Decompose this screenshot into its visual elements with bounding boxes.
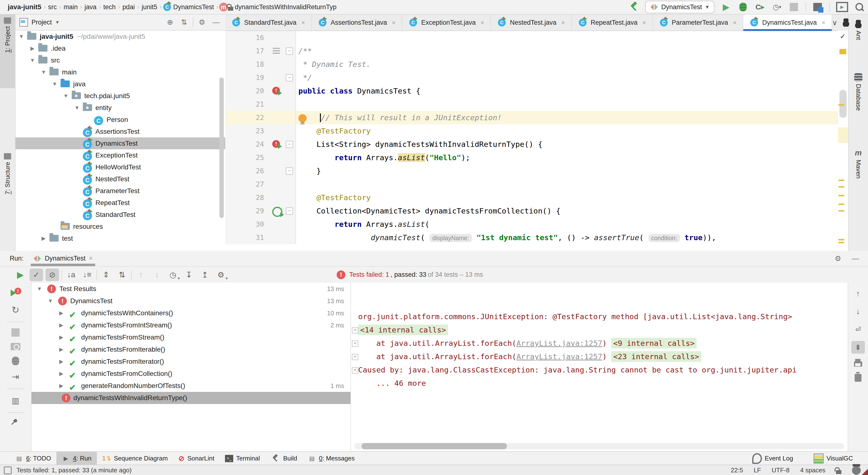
scroll-to-end-button[interactable]: ⇟ [851, 341, 865, 354]
project-tree-row-resources[interactable]: resources [16, 220, 225, 232]
project-tree-row-entity[interactable]: ▼entity [16, 102, 225, 114]
tree-expand-arrow-icon[interactable]: ▼ [51, 78, 59, 90]
tab-nestedtest[interactable]: CNestedTest.java× [491, 14, 571, 31]
code-text[interactable]: List<String> dynamicTestsWithInvalidRetu… [296, 138, 848, 151]
hide-run-panel-button[interactable]: — [850, 253, 861, 264]
tab-exceptiontest[interactable]: CExceptionTest.java× [402, 14, 491, 31]
tab-assertionstest[interactable]: CAssertionsTest.java× [312, 14, 402, 31]
export-test-results-button[interactable]: ↥ [198, 269, 212, 281]
code-text[interactable]: @TestFactory [296, 124, 848, 138]
code-text[interactable]: Collection<DynamicTest> dynamicTestsFrom… [296, 204, 848, 218]
code-text[interactable]: } [296, 164, 848, 178]
code-line-16[interactable]: 16 [225, 31, 848, 44]
run-failed-test-icon[interactable]: ! [272, 87, 280, 94]
warning-stripe-mark[interactable] [838, 195, 844, 196]
rerun-failed-tests-icon[interactable] [10, 288, 21, 298]
code-text[interactable]: /** [296, 44, 848, 58]
ant-plugin-icon[interactable] [842, 19, 849, 27]
tree-expand-arrow-icon[interactable]: ▼ [39, 66, 48, 78]
code-line-20[interactable]: 20!public class DynamicsTest { [225, 84, 848, 98]
code-line-21[interactable]: 21 [225, 98, 848, 111]
warning-stripe-mark[interactable] [838, 104, 844, 106]
tab-parametertest[interactable]: CParameterTest.java× [653, 14, 744, 31]
up-stack-trace-button[interactable]: ↑ [851, 287, 865, 300]
tree-expand-arrow-icon[interactable]: ▼ [46, 295, 55, 307]
build-hammer-icon[interactable] [629, 2, 639, 12]
close-icon[interactable]: × [642, 19, 646, 26]
project-tree-scrollbar[interactable] [219, 78, 224, 218]
test-row-dynamicTestsFromIntStream[interactable]: ▶✔dynamicTestsFromIntStream()2 ms [31, 319, 350, 331]
tree-expand-arrow-icon[interactable]: ▼ [73, 102, 82, 114]
test-row-dynamicTestsWithContainers[interactable]: ▶✔dynamicTestsWithContainers()10 ms [31, 307, 350, 319]
project-tree-row-parametertest[interactable]: CParameterTest [16, 185, 225, 197]
test-row-DynamicsTest[interactable]: ▼!DynamicsTest13 ms [31, 295, 350, 307]
rerun-button[interactable]: ▶ [13, 269, 27, 281]
tree-collapse-arrow-icon[interactable]: ▶ [57, 368, 66, 380]
tree-collapse-arrow-icon[interactable]: ▶ [39, 232, 48, 244]
warning-stripe-mark[interactable] [838, 186, 844, 187]
code-text[interactable]: // This will result in a JUnitException! [296, 111, 848, 124]
tab-dynamicstest[interactable]: CDynamicsTest.java× [743, 14, 832, 31]
indent-setting[interactable]: 4 spaces [800, 467, 826, 474]
breadcrumb-item[interactable]: junit5 [142, 3, 157, 11]
project-tree-row-tech.pdai.junit5[interactable]: ▼tech.pdai.junit5 [16, 90, 225, 102]
console-line-5[interactable]: +Caused by: java.lang.ClassCastException… [351, 363, 848, 377]
status-message[interactable]: Tests failed: 1, passed: 33 (a minute ag… [17, 467, 132, 474]
hide-panel-button[interactable]: — [211, 17, 221, 28]
stack-trace-link[interactable]: ArrayList.java:1257 [516, 352, 602, 361]
console-horizontal-scrollbar[interactable] [354, 443, 844, 449]
tool-window-button-todo[interactable]: ▤6: TODO [10, 452, 56, 465]
test-row-dynamicTestsFromIterable[interactable]: ▶✔dynamicTestsFromIterable() [31, 344, 350, 356]
import-tests-icon[interactable]: ⇥ [10, 372, 21, 382]
fold-end-icon[interactable]: − [286, 168, 293, 175]
sidebar-item-database[interactable]: Database [848, 70, 868, 144]
tree-collapse-arrow-icon[interactable]: ▶ [57, 319, 66, 331]
test-row-dynamicTestsWithInvalidReturnType[interactable]: !dynamicTestsWithInvalidReturnType() [31, 392, 350, 404]
code-text[interactable] [296, 98, 848, 111]
code-text[interactable] [296, 31, 848, 44]
project-structure-button[interactable] [812, 2, 823, 12]
breadcrumb-item[interactable]: DynamicsTest [173, 3, 214, 11]
warning-stripe-mark[interactable] [838, 242, 844, 243]
chevron-down-icon[interactable]: ▼ [55, 20, 60, 25]
fold-open-icon[interactable]: − [286, 141, 293, 148]
pin-tab-icon[interactable] [13, 418, 18, 423]
code-text[interactable]: return Arrays.asList("Hello"); [296, 151, 848, 164]
project-tree-row-test[interactable]: ▶test [16, 232, 225, 244]
fold-expand-icon[interactable]: + [352, 367, 358, 374]
console-line-4[interactable]: + at java.util.ArrayList.forEach(ArrayLi… [351, 350, 848, 363]
code-text[interactable]: dynamicTest( displayName: "1st dynamic t… [296, 231, 848, 244]
gear-icon[interactable]: ⚙ [197, 17, 207, 28]
fold-expand-icon[interactable]: + [352, 354, 358, 360]
code-text[interactable]: */ [296, 71, 848, 84]
file-encoding[interactable]: UTF-8 [772, 467, 789, 474]
tree-collapse-arrow-icon[interactable]: ▶ [57, 356, 66, 368]
print-icon[interactable] [854, 361, 862, 367]
tree-collapse-arrow-icon[interactable]: ▶ [57, 344, 66, 356]
tool-window-button-sequencediagram[interactable]: 1↴Sequence Diagram [97, 452, 173, 465]
run-tab[interactable]: DynamicsTest × [33, 251, 93, 266]
search-everywhere-button[interactable] [855, 2, 864, 12]
editor-error-stripe[interactable]: ✓ [838, 31, 848, 251]
tool-window-button-run[interactable]: ▶4: Run [56, 452, 97, 465]
code-text[interactable] [296, 178, 848, 191]
test-row-Test Results[interactable]: ▼!Test Results13 ms [31, 283, 350, 295]
run-failed-test-icon[interactable]: ! [272, 140, 280, 148]
collapse-all-button[interactable]: ⇅ [115, 269, 129, 281]
code-line-29[interactable]: 29− Collection<DynamicTest> dynamicTests… [225, 204, 848, 218]
tool-window-button-build[interactable]: Build [265, 452, 303, 465]
intention-bulb-icon[interactable] [299, 114, 307, 122]
caret-position[interactable]: 22:5 [731, 467, 743, 474]
close-icon[interactable]: × [301, 19, 305, 26]
run-anything-button[interactable]: ▶ [836, 2, 848, 12]
run-button[interactable]: ▶ [721, 2, 732, 12]
down-stack-trace-button[interactable]: ↓ [851, 305, 865, 318]
layout-settings-icon[interactable]: ▥ [10, 395, 21, 406]
test-row-dynamicTestsFromIterator[interactable]: ▶✔dynamicTestsFromIterator() [31, 356, 350, 368]
test-history-button[interactable]: ◷▾ [166, 269, 180, 281]
tree-expand-arrow-icon[interactable]: ▼ [28, 54, 37, 66]
code-line-23[interactable]: 23 @TestFactory [225, 124, 848, 138]
tree-expand-arrow-icon[interactable]: ▼ [62, 90, 70, 102]
breadcrumb-item[interactable]: main [63, 3, 78, 11]
toggle-auto-test-icon[interactable]: ↻ [10, 305, 21, 315]
